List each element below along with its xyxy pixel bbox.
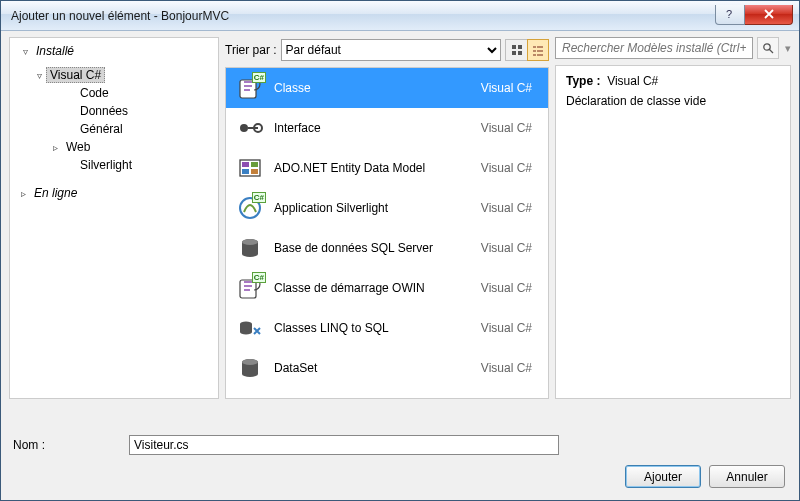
help-button[interactable]: ?: [715, 5, 745, 25]
svg-point-26: [242, 359, 258, 365]
tree-child-item[interactable]: Silverlight: [10, 156, 218, 174]
template-item[interactable]: ADO.NET Entity Data ModelVisual C#: [226, 148, 548, 188]
tree-child-item[interactable]: ▹Web: [10, 138, 218, 156]
svg-rect-4: [518, 51, 522, 55]
chevron-right-icon: ▹: [48, 142, 62, 153]
template-lang: Visual C#: [481, 241, 538, 255]
template-item[interactable]: C#ClasseVisual C#: [226, 68, 548, 108]
template-item[interactable]: InterfaceVisual C#: [226, 108, 548, 148]
svg-point-22: [242, 239, 258, 245]
svg-rect-1: [512, 45, 516, 49]
tree-label: En ligne: [30, 185, 81, 201]
dropdown-icon: ▾: [783, 42, 791, 55]
templates-panel: Trier par : Par défaut C#ClasseVisual C#…: [225, 37, 549, 399]
svg-line-28: [770, 50, 774, 54]
footer: Ajouter Annuler: [1, 461, 799, 500]
tree-label: Installé: [32, 43, 78, 59]
search-button[interactable]: [757, 37, 779, 59]
tree-visual-csharp[interactable]: ▿ Visual C#: [10, 66, 218, 84]
search-input[interactable]: [555, 37, 753, 59]
close-button[interactable]: [745, 5, 793, 25]
template-name: Classes LINQ to SQL: [274, 321, 471, 335]
titlebar: Ajouter un nouvel élément - BonjourMVC ?: [1, 1, 799, 31]
window-buttons: ?: [715, 5, 793, 27]
view-list[interactable]: [527, 39, 549, 61]
tree-child-item[interactable]: Données: [10, 102, 218, 120]
sort-label: Trier par :: [225, 43, 277, 57]
db-icon: [236, 234, 264, 262]
template-name: Classe de démarrage OWIN: [274, 281, 471, 295]
add-button[interactable]: Ajouter: [625, 465, 701, 488]
csharp-badge: C#: [252, 72, 266, 83]
template-name: Classe: [274, 81, 471, 95]
chevron-right-icon: ▹: [16, 188, 30, 199]
detail-type-value: Visual C#: [607, 74, 658, 88]
template-name: Base de données SQL Server: [274, 241, 471, 255]
svg-rect-8: [537, 50, 543, 52]
search-row: ▾: [555, 37, 791, 65]
svg-rect-7: [533, 50, 536, 52]
entity-icon: [236, 154, 264, 182]
dialog-window: Ajouter un nouvel élément - BonjourMVC ?…: [0, 0, 800, 501]
name-input[interactable]: [129, 435, 559, 455]
svg-text:?: ?: [726, 8, 732, 20]
detail-description: Déclaration de classe vide: [566, 94, 780, 108]
svg-rect-16: [242, 162, 249, 167]
template-list: C#ClasseVisual C#InterfaceVisual C#ADO.N…: [225, 67, 549, 399]
online-templates-link[interactable]: Cliquez ici pour vous connecter et reche…: [226, 388, 548, 399]
template-name: ADO.NET Entity Data Model: [274, 161, 471, 175]
template-item[interactable]: C#Classe de démarrage OWINVisual C#: [226, 268, 548, 308]
csharp-badge: C#: [252, 192, 266, 203]
template-lang: Visual C#: [481, 121, 538, 135]
cancel-button[interactable]: Annuler: [709, 465, 785, 488]
template-name: DataSet: [274, 361, 471, 375]
csharp-badge: C#: [252, 272, 266, 283]
sort-row: Trier par : Par défaut: [225, 37, 549, 67]
svg-rect-5: [533, 46, 536, 48]
window-title: Ajouter un nouvel élément - BonjourMVC: [11, 9, 229, 23]
class-icon: C#: [236, 274, 264, 302]
name-label: Nom :: [13, 438, 45, 452]
tree-label: Visual C#: [46, 67, 105, 83]
interface-icon: [236, 114, 264, 142]
silverlight-icon: C#: [236, 194, 264, 222]
tree-label: Silverlight: [76, 157, 136, 173]
template-item[interactable]: Classes LINQ to SQLVisual C#: [226, 308, 548, 348]
tree-installed[interactable]: ▿ Installé: [10, 42, 218, 60]
template-lang: Visual C#: [481, 281, 538, 295]
chevron-down-icon: ▿: [32, 70, 46, 81]
name-row: Nom :: [1, 405, 799, 461]
template-lang: Visual C#: [481, 361, 538, 375]
content-area: ▿ Installé ▿ Visual C# CodeDonnéesGénéra…: [1, 31, 799, 405]
detail-panel: ▾ Type : Visual C# Déclaration de classe…: [555, 37, 791, 399]
view-grid[interactable]: [506, 40, 528, 60]
detail-type-label: Type :: [566, 74, 600, 88]
tree-child-item[interactable]: Général: [10, 120, 218, 138]
svg-point-27: [764, 44, 770, 50]
template-item[interactable]: C#Application SilverlightVisual C#: [226, 188, 548, 228]
svg-rect-3: [512, 51, 516, 55]
sort-select[interactable]: Par défaut: [281, 39, 501, 61]
linq-icon: [236, 314, 264, 342]
template-lang: Visual C#: [481, 161, 538, 175]
template-lang: Visual C#: [481, 201, 538, 215]
tree-online[interactable]: ▹ En ligne: [10, 184, 218, 202]
svg-rect-18: [242, 169, 249, 174]
db-icon: [236, 354, 264, 382]
template-name: Interface: [274, 121, 471, 135]
tree-label: Code: [76, 85, 113, 101]
tree-label: Données: [76, 103, 132, 119]
template-item[interactable]: DataSetVisual C#: [226, 348, 548, 388]
svg-rect-19: [251, 169, 258, 174]
tree-label: Web: [62, 139, 94, 155]
template-item[interactable]: Base de données SQL ServerVisual C#: [226, 228, 548, 268]
template-lang: Visual C#: [481, 321, 538, 335]
svg-point-12: [240, 124, 248, 132]
tree-child-item[interactable]: Code: [10, 84, 218, 102]
template-lang: Visual C#: [481, 81, 538, 95]
template-name: Application Silverlight: [274, 201, 471, 215]
svg-rect-17: [251, 162, 258, 167]
svg-rect-6: [537, 46, 543, 48]
svg-rect-10: [537, 54, 543, 56]
category-tree: ▿ Installé ▿ Visual C# CodeDonnéesGénéra…: [9, 37, 219, 399]
